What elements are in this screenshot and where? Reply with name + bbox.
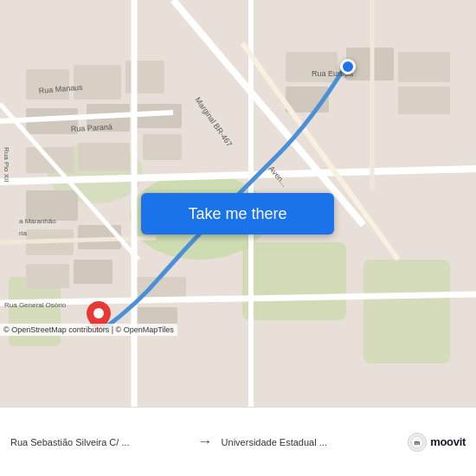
- svg-rect-15: [26, 190, 78, 221]
- svg-rect-12: [78, 143, 130, 170]
- svg-rect-19: [74, 260, 113, 284]
- moovit-logo-icon: m: [408, 433, 427, 452]
- svg-text:a Maranhão: a Maranhão: [19, 217, 56, 225]
- osm-attribution: © OpenStreetMap contributors | © OpenMap…: [0, 324, 177, 336]
- map-container: Rua Manaus Rua Paraná Rua Europa Margina…: [0, 0, 476, 407]
- destination-marker: [340, 59, 356, 74]
- svg-rect-22: [398, 52, 450, 82]
- svg-rect-18: [26, 264, 69, 288]
- footer-bar: Rua Sebastião Silveira C/ ... → Universi…: [0, 407, 476, 476]
- moovit-logo: m moovit: [408, 433, 466, 452]
- footer-from-label: Rua Sebastião Silveira C/ ...: [10, 437, 189, 447]
- svg-rect-14: [143, 134, 182, 160]
- svg-text:Rua General Osório: Rua General Osório: [4, 301, 67, 309]
- footer-arrow-icon: →: [197, 433, 213, 451]
- moovit-brand-text: moovit: [430, 435, 466, 448]
- svg-point-46: [93, 308, 104, 318]
- svg-rect-3: [363, 260, 450, 363]
- svg-text:m: m: [415, 439, 420, 447]
- svg-text:Rua Pio XII: Rua Pio XII: [3, 147, 10, 182]
- footer-to-label: Universidade Estadual ...: [222, 437, 400, 447]
- svg-rect-24: [398, 87, 450, 114]
- svg-text:ria: ria: [19, 229, 27, 237]
- svg-rect-2: [242, 242, 346, 320]
- take-me-there-button[interactable]: Take me there: [141, 193, 334, 235]
